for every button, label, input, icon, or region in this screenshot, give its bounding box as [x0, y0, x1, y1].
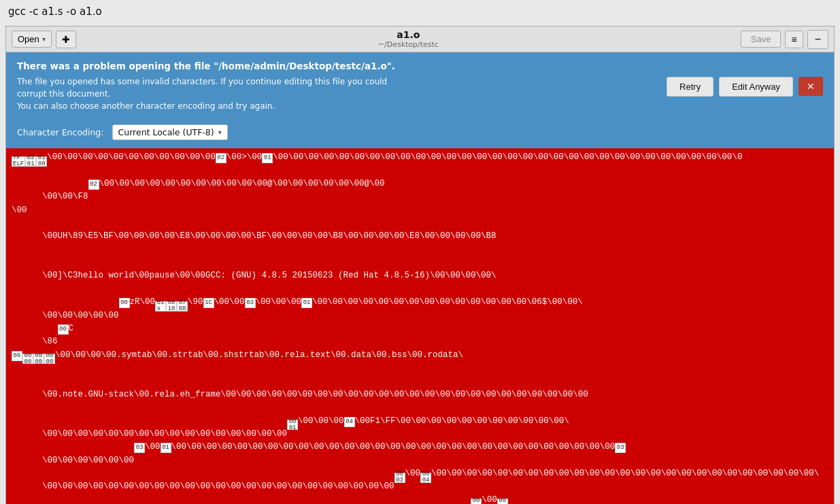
open-button[interactable]: Open ▾ — [12, 31, 52, 48]
content-area: 7FELF02010100\00\00\00\00\00\00\00\00\00… — [6, 148, 834, 504]
hex-box: 01 — [301, 298, 312, 308]
hex-box: 0818 — [166, 301, 177, 312]
hex-box: 00 — [119, 298, 130, 308]
top-command: gcc -c a1.s -o a1.o — [0, 0, 840, 23]
retry-button[interactable]: Retry — [667, 77, 713, 97]
hex-box: 0000 — [22, 354, 33, 364]
hex-box: 0000 — [33, 354, 44, 364]
hex-box: 0708 — [177, 301, 188, 312]
hex-box: 01 — [262, 153, 273, 163]
content-line-11: \00\00\00\00\00\0003\0001\00\00\00\00\00… — [12, 441, 828, 467]
hex-box: 03 — [245, 298, 256, 308]
minimize-icon: − — [815, 33, 821, 45]
close-error-button[interactable]: ✕ — [799, 77, 823, 96]
hex-box: 0100 — [36, 156, 47, 167]
new-file-button[interactable]: ✚ — [56, 31, 76, 48]
encoding-row: Character Encoding: Current Locale (UTF-… — [6, 120, 834, 148]
new-file-icon: ✚ — [62, 34, 70, 45]
error-title: There was a problem opening the file "/h… — [17, 61, 656, 71]
content-line-6: \00\00\00\00\0000zR\0001x08180708\901C\0… — [12, 296, 828, 322]
open-arrow-icon: ▾ — [42, 35, 46, 43]
content-line-8: 06000000000000\00\00\00\00.symtab\00.str… — [12, 349, 828, 375]
error-banner: There was a problem opening the file "/h… — [6, 52, 834, 120]
content-line-12: \00\00\00\00\00\00\00\00\00\00\00\00\00\… — [12, 467, 828, 494]
error-desc: The file you opened has some invalid cha… — [17, 75, 656, 112]
titlebar: Open ▾ ✚ a1.o ~/Desktop/testc Save ≡ − — [6, 27, 834, 52]
hex-box: 01x — [155, 301, 166, 312]
encoding-label: Character Encoding: — [17, 127, 104, 137]
hex-box: 0001 — [287, 420, 298, 430]
close-icon: ✕ — [807, 81, 815, 92]
filepath-label: ~/Desktop/testc — [80, 40, 737, 49]
error-text-block: There was a problem opening the file "/h… — [17, 61, 656, 112]
content-line-3: \00 — [12, 204, 828, 217]
content-line-9: \00.note.GNU-stack\00.rela.eh_frame\00\0… — [12, 375, 828, 414]
error-desc-line1: The file you opened has some invalid cha… — [17, 77, 387, 86]
hex-box: 0000 — [44, 354, 55, 364]
minimize-button[interactable]: − — [807, 30, 828, 49]
editor-window: Open ▾ ✚ a1.o ~/Desktop/testc Save ≡ − T… — [5, 26, 835, 504]
hex-box: 03 — [134, 443, 145, 453]
content-line-10: \00\00\00\00\00\00\00\00\00\00\00\00\00\… — [12, 415, 828, 441]
encoding-arrow-icon: ▾ — [218, 129, 222, 136]
content-line-5: \00]\C3hello world\00pause\00\00GCC: (GN… — [12, 256, 828, 296]
error-desc-line3: You can also choose another character en… — [17, 101, 275, 111]
content-line-4: \00UH\89\E5\BF\00\00\00\00\E8\00\00\00\0… — [12, 217, 828, 256]
error-desc-line2: corrupt this document. — [17, 89, 110, 99]
hex-box: 0003 — [471, 499, 482, 504]
hex-box: 0201 — [25, 156, 36, 167]
hex-box: 06 — [12, 351, 22, 361]
hex-box: 01 — [161, 443, 171, 453]
hex-box: 02 — [216, 153, 226, 163]
hex-box: 0004 — [420, 473, 431, 483]
hex-box: 0005 — [497, 499, 508, 504]
hex-box: 7FELF — [12, 156, 25, 167]
hex-box: 02 — [88, 180, 99, 190]
hex-box: 0003 — [394, 473, 405, 483]
edit-anyway-button[interactable]: Edit Anyway — [719, 77, 793, 97]
save-button[interactable]: Save — [741, 31, 782, 48]
menu-button[interactable]: ≡ — [785, 31, 803, 48]
error-actions: Retry Edit Anyway ✕ — [667, 77, 823, 97]
encoding-value: Current Locale (UTF-8) — [118, 127, 214, 137]
hex-box: 04 — [344, 417, 355, 427]
menu-icon: ≡ — [791, 34, 796, 45]
encoding-select[interactable]: Current Locale (UTF-8) ▾ — [112, 124, 228, 140]
open-label: Open — [18, 34, 39, 44]
filename-label: a1.o — [80, 29, 737, 40]
hex-box: 03 — [615, 443, 626, 453]
content-line-13: \00\00\00\00\00\00\00\00\00\00\00\00\00\… — [12, 494, 828, 504]
title-block: a1.o ~/Desktop/testc — [80, 29, 737, 49]
content-line-2: \00\00\F802\00\00\00\00\00\00\00\00\00\0… — [12, 178, 828, 204]
hex-box: 00 — [58, 324, 69, 335]
content-line-7: \8600C — [12, 322, 828, 349]
hex-box: 1C — [203, 298, 214, 308]
content-line-1: 7FELF02010100\00\00\00\00\00\00\00\00\00… — [12, 151, 828, 178]
